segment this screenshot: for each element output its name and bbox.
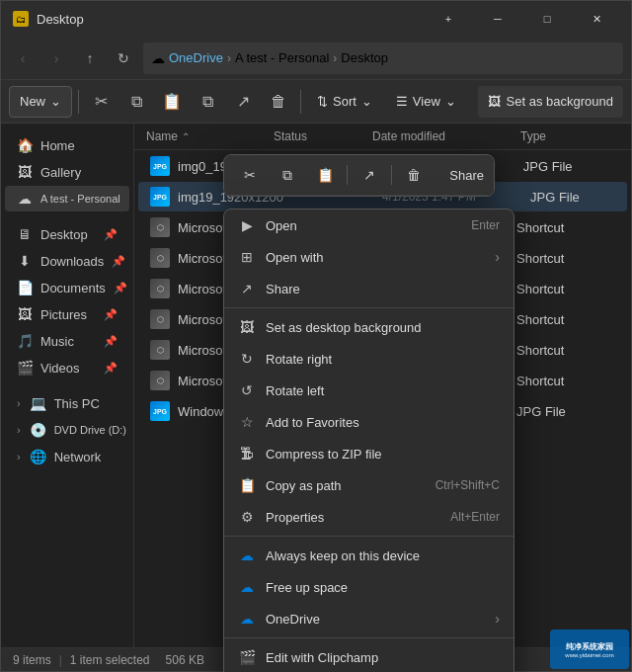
- watermark-line2: www.yidaimei.com: [565, 652, 613, 658]
- context-menu-separator: [224, 307, 514, 308]
- ctx-item-icon-onedrive-menu: ☁: [238, 610, 256, 628]
- ctx-item-icon-rotate-right: ↻: [238, 350, 256, 368]
- share-hover-label: Share: [449, 168, 484, 183]
- ctx-copy-button[interactable]: ⧉: [272, 161, 303, 189]
- ctx-item-shortcut-copy-path: Ctrl+Shift+C: [435, 478, 500, 492]
- ctx-item-shortcut-properties: Alt+Enter: [450, 510, 500, 524]
- ctx-item-icon-add-favorites: ☆: [238, 413, 256, 431]
- ctx-item-label-properties: Properties: [266, 510, 440, 525]
- ctx-item-label-onedrive-menu: OneDrive: [266, 612, 485, 627]
- ctx-delete-button[interactable]: 🗑: [398, 161, 430, 189]
- ctx-paste-button[interactable]: 📋: [309, 161, 341, 189]
- ctx-item-copy-path[interactable]: 📋 Copy as path Ctrl+Shift+C: [224, 469, 514, 501]
- ctx-toolbar-sep-2: [391, 165, 392, 185]
- explorer-window: 🗂 Desktop + ─ □ ✕ ‹ › ↑ ↻ ☁ OneDrive › A…: [0, 0, 632, 672]
- watermark: 纯净系统家园 www.yidaimei.com: [550, 630, 629, 669]
- ctx-item-icon-share: ↗: [238, 280, 256, 297]
- ctx-toolbar-sep: [347, 165, 348, 185]
- ctx-item-label-rotate-right: Rotate right: [266, 352, 500, 367]
- ctx-item-label-add-favorites: Add to Favorites: [266, 415, 500, 430]
- ctx-item-label-rotate-left: Rotate left: [266, 383, 500, 398]
- ctx-item-shortcut-open: Enter: [471, 218, 500, 232]
- ctx-item-onedrive-menu[interactable]: ☁ OneDrive ›: [224, 603, 514, 634]
- ctx-item-label-set-desktop-bg: Set as desktop background: [266, 320, 500, 335]
- ctx-item-label-compress-zip: Compress to ZIP file: [266, 447, 500, 462]
- ctx-item-open-with[interactable]: ⊞ Open with ›: [224, 241, 514, 273]
- ctx-item-icon-properties: ⚙: [238, 508, 256, 526]
- context-menu-separator: [224, 536, 514, 537]
- ctx-item-compress-zip[interactable]: 🗜 Compress to ZIP file: [224, 438, 514, 469]
- ctx-item-rotate-right[interactable]: ↻ Rotate right: [224, 343, 514, 375]
- ctx-item-label-free-up-space: Free up space: [266, 580, 500, 595]
- ctx-item-open[interactable]: ▶ Open Enter: [224, 210, 514, 241]
- ctx-cut-button[interactable]: ✂: [234, 161, 266, 189]
- ctx-item-label-open-with: Open with: [266, 250, 485, 265]
- ctx-item-arrow-open-with: ›: [495, 249, 500, 265]
- ctx-item-keep-on-device[interactable]: ☁ Always keep on this device: [224, 540, 514, 571]
- ctx-item-share[interactable]: ↗ Share: [224, 273, 514, 304]
- context-toolbar: ✂ ⧉ 📋 ↗ 🗑 Share: [224, 155, 494, 196]
- ctx-item-label-open: Open: [266, 218, 461, 233]
- ctx-item-properties[interactable]: ⚙ Properties Alt+Enter: [224, 501, 514, 533]
- ctx-item-icon-clipchamp: 🎬: [238, 648, 256, 666]
- ctx-item-clipchamp[interactable]: 🎬 Edit with Clipchamp: [224, 641, 514, 672]
- ctx-item-icon-free-up-space: ☁: [238, 578, 256, 596]
- context-menu-top-toolbar: ✂ ⧉ 📋 ↗ 🗑 Share: [223, 154, 495, 197]
- context-menu-overlay: ✂ ⧉ 📋 ↗ 🗑 Share ▶ Open Enter ⊞ Open with…: [1, 1, 631, 671]
- ctx-item-rotate-left[interactable]: ↺ Rotate left: [224, 375, 514, 406]
- ctx-item-arrow-onedrive-menu: ›: [495, 611, 500, 627]
- ctx-item-icon-open: ▶: [238, 216, 256, 234]
- context-menu-main: ▶ Open Enter ⊞ Open with › ↗ Share 🖼 Set…: [223, 209, 514, 672]
- context-menu-separator: [224, 637, 514, 638]
- ctx-item-label-clipchamp: Edit with Clipchamp: [266, 650, 500, 665]
- ctx-item-icon-compress-zip: 🗜: [238, 445, 256, 462]
- ctx-item-icon-keep-on-device: ☁: [238, 546, 256, 564]
- watermark-line1: 纯净系统家园: [566, 641, 613, 652]
- ctx-item-set-desktop-bg[interactable]: 🖼 Set as desktop background: [224, 311, 514, 343]
- ctx-item-add-favorites[interactable]: ☆ Add to Favorites: [224, 406, 514, 438]
- ctx-item-icon-copy-path: 📋: [238, 476, 256, 494]
- ctx-item-label-share: Share: [266, 282, 500, 296]
- ctx-share-button[interactable]: ↗: [354, 161, 385, 189]
- ctx-item-label-copy-path: Copy as path: [266, 478, 426, 493]
- ctx-item-icon-set-desktop-bg: 🖼: [238, 318, 256, 336]
- ctx-item-label-keep-on-device: Always keep on this device: [266, 548, 500, 563]
- ctx-item-icon-rotate-left: ↺: [238, 381, 256, 399]
- ctx-item-free-up-space[interactable]: ☁ Free up space: [224, 571, 514, 603]
- ctx-item-icon-open-with: ⊞: [238, 248, 256, 266]
